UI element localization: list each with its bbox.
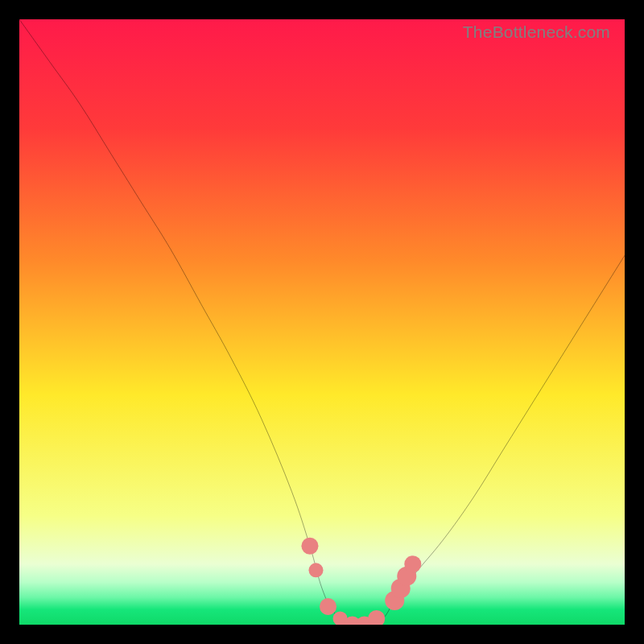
curve-marker <box>404 555 421 572</box>
bottleneck-curve <box>19 19 625 625</box>
curve-marker <box>320 598 336 615</box>
curve-marker <box>308 563 323 577</box>
curve-markers <box>301 538 421 625</box>
watermark-text: TheBottleneck.com <box>463 23 610 42</box>
curve-marker <box>301 538 318 555</box>
curve-marker <box>368 610 385 625</box>
chart-plot-area: TheBottleneck.com <box>19 19 625 625</box>
